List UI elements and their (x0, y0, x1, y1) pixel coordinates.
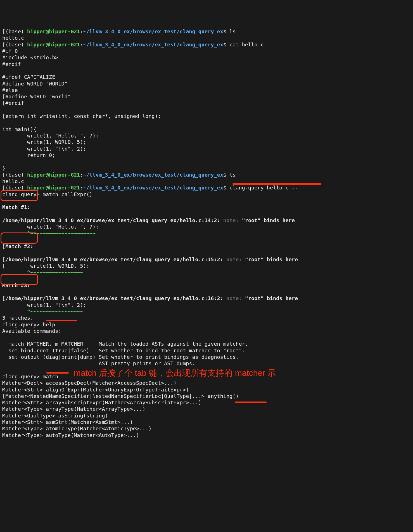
match-title: Match #1: (2, 204, 30, 210)
src-line: #include <stdio.h> (2, 54, 58, 60)
match-title: Match #3: (2, 282, 30, 288)
src-line: #ifdef CAPITALIZE (2, 74, 55, 80)
src-line: write(1, "Hello, ", 7); (2, 133, 99, 139)
match-location: /home/hipper/llvm_3_4_0_ex/browse/ex_tes… (5, 256, 223, 262)
matcher-suggestion: Matcher<Type> arrayType(Matcher<ArrayTyp… (2, 406, 145, 412)
matcher-suggestion: Matcher<Type> autoType(Matcher<AutoType>… (2, 432, 139, 438)
src-line: #endif (2, 61, 21, 67)
src-line: int main(){ (2, 126, 37, 132)
src-line: write(1, WORLD, 5); (2, 139, 86, 145)
env-tag: (base) (5, 28, 27, 34)
help-line: match MATCHER, m MATCHER Match the loade… (2, 341, 248, 347)
clang-query-prompt[interactable]: clang-query> match callExpr() (2, 191, 92, 197)
matcher-suggestion: Matcher<Stmt> asmStmt(Matcher<AsmStmt>..… (2, 419, 133, 425)
carets: ^~~~~~~~~~~~~~~~~~~~~~ (2, 230, 96, 236)
matcher-suggestion: Matcher<Decl> accessSpecDecl(Matcher<Acc… (2, 380, 177, 386)
src-line: return 0; (2, 152, 55, 158)
match-location: /home/hipper/llvm_3_4_0_ex/browse/ex_tes… (5, 295, 223, 301)
match-title: Match #2: (5, 243, 33, 249)
match-location: /home/hipper/llvm_3_4_0_ex/browse/ex_tes… (2, 217, 220, 223)
clang-query-prompt[interactable]: clang-query> help (2, 322, 55, 327)
command[interactable]: ls (229, 172, 236, 178)
src-line: #if 0 (2, 48, 18, 54)
match-code: write(1, "!\n", 2); (2, 302, 86, 308)
output-line: hello.c (2, 178, 24, 184)
src-line: extern int write(int, const char*, unsig… (5, 113, 161, 119)
cwd: ~/llvm_3_4_0_ex/browse/ex_test/clang_que… (83, 28, 223, 34)
help-line: set bind-root (true|false) Set whether t… (2, 348, 245, 353)
help-line: set output (diag|print|dump) Set whether… (2, 354, 239, 360)
carets: ^~~~~~~~~~~~~~~~~~ (2, 269, 83, 275)
bracket: [ (2, 28, 5, 34)
command[interactable]: clang-query hello.c -- (229, 185, 298, 191)
src-line: #define WORLD "world" (5, 94, 71, 99)
output-line: hello.c (2, 35, 24, 41)
match-code: write(1, "Hello, ", 7); (2, 224, 99, 230)
matcher-suggestion: Matcher<NestedNameSpecifier|NestedNameSp… (5, 393, 239, 399)
command[interactable]: ls (229, 28, 236, 34)
user-host: hipper@hipper-G21 (27, 28, 80, 34)
help-header: Available commands: (2, 328, 61, 334)
match-code: write(1, WORLD, 5); (5, 263, 89, 269)
match-count: 3 matches. (2, 315, 33, 321)
src-line: write(1, "!\n", 2); (2, 146, 86, 152)
clang-query-prompt[interactable]: clang-query> match (2, 374, 61, 379)
command[interactable]: cat hello.c (229, 42, 264, 48)
matcher-suggestion: Matcher<Stmt> alignOfExpr(Matcher<UnaryE… (2, 387, 189, 393)
matcher-suggestion: Matcher<Type> atomicType(Matcher<AtomicT… (2, 426, 152, 431)
carets: ^~~~~~~~~~~~~~~~~~ (2, 308, 83, 314)
help-line: AST pretty prints or AST dumps. (2, 360, 195, 366)
src-line: #else (2, 87, 18, 93)
src-line: } (2, 165, 5, 171)
matcher-suggestion: Matcher<QualType> asString(string) (2, 413, 108, 419)
terminal-output: [(base) hipper@hipper-G21:~/llvm_3_4_0_e… (2, 28, 411, 438)
matcher-suggestion: Matcher<Stmt> arraySubscriptExpr(Matcher… (2, 400, 201, 405)
src-line: #define WORLD "WORLD" (2, 81, 68, 87)
src-line: #endif (5, 100, 24, 106)
